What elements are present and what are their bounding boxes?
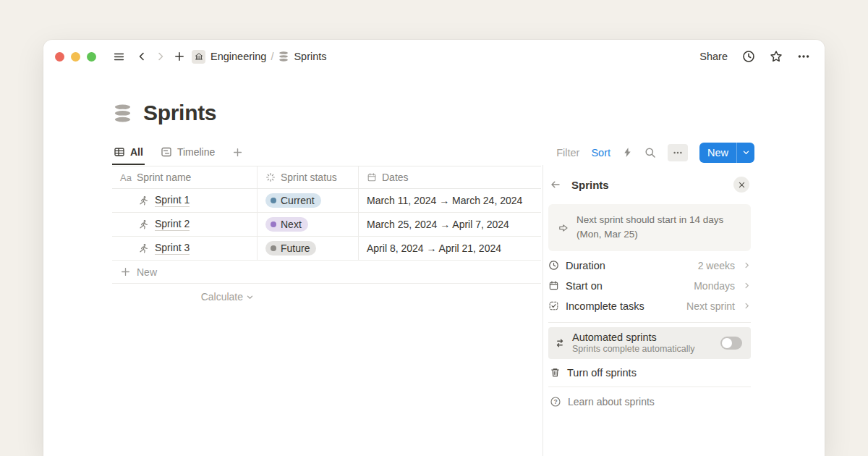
new-page-icon[interactable]: [170, 47, 189, 66]
sprint-name-cell[interactable]: Sprint 1: [112, 189, 257, 212]
sprint-name-link[interactable]: Sprint 2: [155, 218, 190, 232]
status-dot: [271, 198, 276, 203]
svg-text:?: ?: [553, 397, 557, 405]
turn-off-icon: [550, 367, 561, 378]
tab-timeline[interactable]: Timeline: [159, 140, 216, 165]
more-icon[interactable]: [797, 50, 810, 63]
next-sprint-info: Next sprint should start in 14 days (Mon…: [548, 204, 751, 251]
filter-button[interactable]: Filter: [556, 147, 579, 159]
calculate-button[interactable]: Calculate: [112, 287, 257, 306]
table-row: Sprint 3 Future April 8, 2024 → April 21…: [112, 237, 541, 261]
traffic-lights: [55, 52, 96, 62]
sprint-name-cell[interactable]: Sprint 2: [112, 213, 257, 236]
info-text: Next sprint should start in 14 days (Mon…: [576, 213, 723, 242]
table-new-row-button[interactable]: New: [112, 261, 541, 284]
sort-button[interactable]: Sort: [591, 147, 610, 159]
table-header-row: Aa Sprint name Sprint status Dates: [112, 166, 541, 189]
learn-about-sprints-label: Learn about sprints: [568, 396, 655, 408]
sprint-name-cell[interactable]: Sprint 3: [112, 237, 257, 260]
new-dropdown-button[interactable]: [737, 143, 754, 163]
chevron-right-icon: [743, 261, 751, 269]
view-tabs: All Timeline: [112, 140, 243, 165]
breadcrumb: Engineering / Sprints: [210, 51, 327, 62]
panel-title: Sprints: [571, 179, 609, 191]
new-button[interactable]: New: [699, 143, 736, 163]
duration-icon: [548, 260, 559, 271]
new-button-group: New: [699, 143, 754, 163]
tab-all-label: All: [130, 146, 143, 158]
sprint-status-cell[interactable]: Current: [257, 189, 358, 212]
sprint-status-cell[interactable]: Next: [257, 213, 358, 236]
setting-start-on[interactable]: Start on Mondays: [548, 276, 751, 296]
sprint-icon: [138, 195, 149, 206]
toggle-knob: [722, 338, 732, 348]
menu-icon[interactable]: [109, 47, 128, 66]
automated-sprints-title: Automated sprints: [572, 332, 695, 343]
database-icon: [278, 51, 289, 62]
view-options-button[interactable]: [668, 144, 688, 161]
column-header-sprint-status[interactable]: Sprint status: [257, 166, 358, 188]
panel-close-icon[interactable]: [733, 177, 749, 193]
new-row-label: New: [137, 266, 157, 278]
setting-value: Mondays: [694, 280, 735, 292]
plus-icon: [120, 266, 131, 277]
panel-header: Sprints: [548, 165, 751, 204]
status-label: Next: [281, 219, 302, 230]
database-icon[interactable]: [112, 103, 133, 124]
info-line1: Next sprint should start in 14 days: [576, 214, 723, 225]
start-on-icon: [548, 280, 559, 291]
sprint-dates-cell[interactable]: March 25, 2024 → April 7, 2024: [358, 213, 541, 236]
status-dot: [271, 221, 276, 227]
turn-off-sprints-button[interactable]: Turn off sprints: [548, 359, 751, 387]
info-arrow-icon: [558, 214, 569, 242]
status-dot: [271, 245, 276, 251]
workspace-icon: [192, 50, 205, 64]
table-row: Sprint 1 Current March 11, 2024 → March …: [112, 189, 541, 213]
automated-sprints-icon: [554, 337, 566, 349]
close-window-button[interactable]: [55, 52, 64, 62]
add-view-icon[interactable]: [232, 140, 243, 165]
share-button[interactable]: Share: [699, 51, 728, 62]
setting-label: Incomplete tasks: [566, 300, 644, 312]
column-header-sprint-name[interactable]: Aa Sprint name: [112, 166, 257, 188]
history-icon[interactable]: [742, 50, 755, 63]
setting-value: Next sprint: [686, 300, 735, 312]
favorite-icon[interactable]: [770, 50, 783, 63]
automations-icon[interactable]: [622, 147, 633, 158]
turn-off-sprints-label: Turn off sprints: [567, 367, 637, 379]
column-header-dates[interactable]: Dates: [358, 166, 541, 188]
tab-timeline-label: Timeline: [177, 146, 215, 158]
app-window: Engineering / Sprints Share Sprints: [43, 40, 825, 456]
panel-back-icon[interactable]: [550, 179, 561, 190]
breadcrumb-page[interactable]: Sprints: [294, 51, 326, 62]
chevron-right-icon: [743, 302, 751, 310]
sprint-dates-cell[interactable]: April 8, 2024 → April 21, 2024: [358, 237, 541, 260]
sprint-status-cell[interactable]: Future: [257, 237, 358, 260]
breadcrumb-workspace[interactable]: Engineering: [210, 51, 266, 62]
table-view-icon: [114, 146, 125, 158]
setting-label: Duration: [566, 260, 605, 271]
tab-all[interactable]: All: [112, 140, 145, 165]
column-header-label: Sprint status: [281, 172, 337, 183]
minimize-window-button[interactable]: [71, 52, 80, 62]
automated-sprints-subtitle: Sprints complete automatically: [572, 344, 695, 354]
status-badge: Current: [265, 193, 321, 208]
sprint-name-link[interactable]: Sprint 3: [155, 242, 190, 256]
date-property-icon: [367, 172, 377, 182]
sprints-table: Aa Sprint name Sprint status Dates: [112, 166, 541, 284]
status-label: Future: [281, 242, 310, 254]
learn-about-sprints-link[interactable]: ? Learn about sprints: [548, 387, 751, 416]
status-badge: Future: [265, 241, 316, 256]
sprint-name-link[interactable]: Sprint 1: [155, 194, 190, 208]
automated-sprints-toggle[interactable]: [720, 337, 742, 350]
chevron-down-icon: [246, 293, 254, 301]
back-icon[interactable]: [132, 47, 151, 66]
setting-duration[interactable]: Duration 2 weeks: [548, 256, 751, 276]
page-title[interactable]: Sprints: [143, 101, 216, 125]
setting-incomplete-tasks[interactable]: Incomplete tasks Next sprint: [548, 296, 751, 316]
automated-sprints-row[interactable]: Automated sprints Sprints complete autom…: [548, 327, 751, 359]
zoom-window-button[interactable]: [87, 52, 96, 62]
search-icon[interactable]: [644, 147, 656, 159]
forward-icon[interactable]: [151, 47, 170, 66]
sprint-dates-cell[interactable]: March 11, 2024 → March 24, 2024: [358, 189, 541, 212]
